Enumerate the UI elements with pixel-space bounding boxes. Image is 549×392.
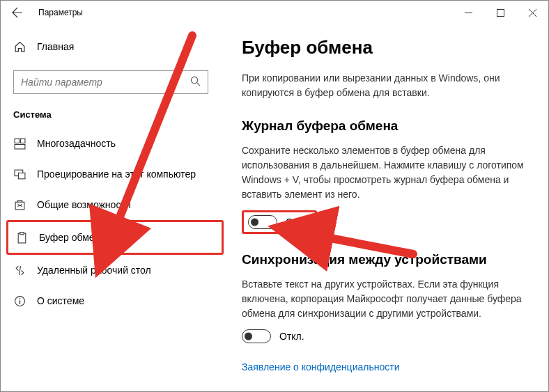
sidebar-item-label: Удаленный рабочий стол	[37, 265, 151, 276]
minimize-button[interactable]	[452, 1, 484, 24]
svg-rect-6	[15, 139, 19, 143]
maximize-button[interactable]	[484, 1, 516, 24]
privacy-link[interactable]: Заявление о конфиденциальности	[242, 361, 529, 373]
svg-point-15	[19, 298, 20, 299]
close-icon	[529, 9, 536, 17]
arrow-left-icon	[12, 7, 23, 18]
minimize-icon	[465, 9, 472, 17]
sidebar-item-label: Проецирование на этот компьютер	[37, 168, 196, 180]
history-desc: Сохраните несколько элементов в буфер об…	[242, 143, 529, 202]
sidebar-item-clipboard[interactable]: Буфер обмена	[6, 220, 224, 255]
sidebar-item-multitasking[interactable]: Многозадачность	[1, 128, 210, 159]
window-title: Параметры	[38, 8, 83, 17]
svg-rect-7	[20, 139, 24, 143]
maximize-icon	[497, 9, 504, 17]
search-box[interactable]	[13, 70, 208, 94]
history-title: Журнал буфера обмена	[242, 118, 529, 134]
sidebar-item-label: Многозадачность	[37, 138, 116, 149]
history-toggle-label: Откл.	[286, 217, 311, 228]
titlebar: Параметры	[1, 1, 548, 24]
toggle-knob	[245, 333, 252, 340]
home-nav[interactable]: Главная	[13, 34, 222, 59]
main-content: Буфер обмена При копировании или вырезан…	[222, 24, 548, 391]
sidebar-item-shared[interactable]: Общие возможности	[1, 189, 210, 220]
sidebar-item-remote-desktop[interactable]: Удаленный рабочий стол	[1, 255, 210, 285]
history-toggle[interactable]	[248, 215, 277, 229]
history-toggle-highlight: Откл.	[242, 210, 317, 234]
multitasking-icon	[13, 138, 26, 150]
home-icon	[13, 41, 26, 53]
svg-rect-1	[497, 9, 504, 16]
sidebar-item-about[interactable]: О системе	[1, 285, 210, 316]
sidebar: Главная Система Многозадачность Проециро…	[1, 24, 222, 391]
sync-title: Синхронизация между устройствами	[242, 252, 529, 267]
svg-point-4	[191, 77, 197, 83]
back-button[interactable]	[1, 1, 34, 24]
search-input[interactable]	[21, 77, 190, 88]
search-icon	[190, 76, 201, 89]
home-label: Главная	[37, 41, 74, 52]
sidebar-item-label: О системе	[37, 295, 84, 306]
sync-toggle[interactable]	[242, 329, 271, 343]
sync-desc: Вставьте текст на других устройствах. Ес…	[242, 277, 529, 321]
svg-rect-13	[20, 232, 23, 234]
shared-icon	[13, 199, 26, 211]
sidebar-item-projecting[interactable]: Проецирование на этот компьютер	[1, 159, 210, 189]
svg-rect-10	[18, 173, 25, 179]
page-intro: При копировании или вырезании данных в W…	[242, 71, 520, 100]
page-title: Буфер обмена	[242, 37, 529, 58]
projecting-icon	[13, 168, 26, 180]
remote-desktop-icon	[13, 265, 26, 276]
sidebar-section-title: Система	[13, 109, 222, 120]
sidebar-item-label: Буфер обмена	[39, 232, 105, 243]
sidebar-item-label: Общие возможности	[37, 199, 131, 210]
sync-toggle-label: Откл.	[279, 331, 304, 342]
svg-rect-8	[15, 144, 25, 148]
svg-line-5	[197, 82, 200, 85]
close-button[interactable]	[516, 1, 548, 24]
clipboard-icon	[15, 232, 28, 244]
toggle-knob	[251, 219, 258, 226]
info-icon	[13, 295, 26, 307]
